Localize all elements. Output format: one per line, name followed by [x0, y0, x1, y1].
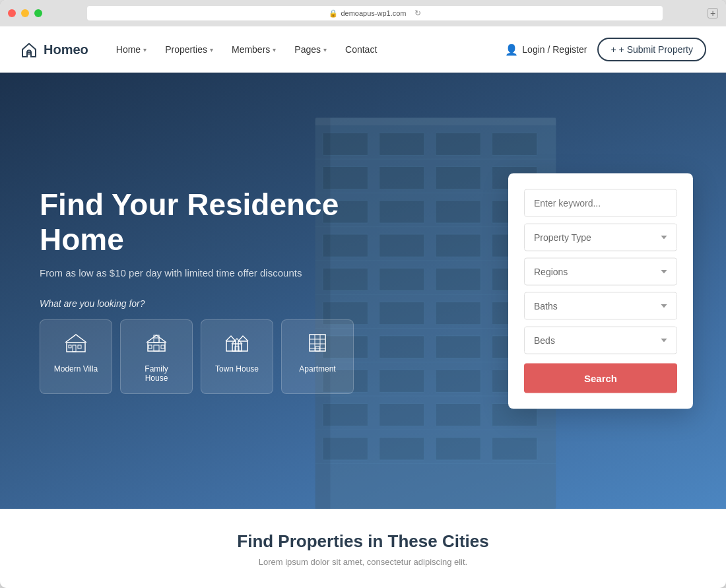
dropdown-arrow: ▾ — [210, 46, 213, 53]
property-type-select[interactable]: Property Type Apartment House Villa Town… — [524, 223, 677, 251]
svg-rect-63 — [226, 341, 236, 351]
property-type-town-house[interactable]: Town House — [201, 319, 273, 394]
property-types-grid: Modern Villa — [40, 319, 370, 394]
svg-rect-58 — [148, 343, 165, 351]
logo-text: Homeo — [44, 42, 88, 57]
bottom-subtitle: Lorem ipsum dolor sit amet, consectetur … — [259, 557, 467, 567]
svg-rect-28 — [436, 336, 480, 358]
modern-villa-label: Modern Villa — [53, 364, 98, 374]
family-house-icon — [134, 331, 179, 359]
svg-rect-5 — [492, 133, 537, 155]
hero-title: Find Your Residence Home — [40, 187, 370, 257]
dropdown-arrow: ▾ — [323, 46, 327, 53]
property-type-family-house[interactable]: Family House — [120, 319, 193, 394]
dropdown-arrow: ▾ — [143, 46, 147, 53]
town-house-icon — [214, 331, 259, 359]
svg-rect-24 — [436, 302, 480, 325]
minimize-button[interactable] — [21, 9, 29, 17]
svg-rect-56 — [78, 345, 81, 348]
new-tab-button[interactable]: + — [708, 8, 718, 18]
dropdown-arrow: ▾ — [273, 46, 276, 53]
address-bar[interactable]: 🔒 demoapus-wp1.com ↻ — [87, 6, 663, 20]
browser-titlebar: 🔒 demoapus-wp1.com ↻ + — [0, 0, 726, 26]
keyword-input[interactable] — [524, 189, 677, 216]
nav-item-home[interactable]: Home ▾ — [108, 39, 154, 60]
nav-item-members[interactable]: Members ▾ — [224, 39, 284, 60]
svg-rect-16 — [436, 234, 480, 257]
what-looking-label: What are you looking for? — [40, 298, 370, 309]
svg-rect-41 — [492, 438, 537, 460]
lock-icon: 🔒 — [329, 9, 338, 18]
svg-rect-39 — [380, 438, 424, 460]
svg-rect-12 — [436, 201, 480, 223]
beds-select[interactable]: Beds 1 2 3 4+ — [524, 326, 677, 354]
svg-rect-40 — [436, 438, 480, 460]
svg-rect-61 — [161, 345, 164, 348]
regions-select[interactable]: Regions New York Los Angeles Chicago — [524, 257, 677, 285]
nav-item-properties[interactable]: Properties ▾ — [157, 39, 221, 60]
close-button[interactable] — [8, 9, 16, 17]
town-house-label: Town House — [214, 364, 259, 374]
apartment-icon — [295, 331, 340, 359]
svg-rect-64 — [238, 341, 248, 351]
hero-section: Find Your Residence Home From as low as … — [0, 73, 726, 509]
logo[interactable]: Homeo — [20, 40, 88, 59]
svg-rect-20 — [436, 268, 480, 290]
baths-select[interactable]: Baths 1 2 3 4+ — [524, 292, 677, 319]
refresh-icon[interactable]: ↻ — [414, 9, 421, 18]
nav-item-contact[interactable]: Contact — [337, 39, 385, 60]
login-button[interactable]: 👤 Login / Register — [505, 44, 587, 56]
svg-rect-53 — [315, 117, 556, 125]
family-house-label: Family House — [134, 364, 179, 383]
modern-villa-icon — [53, 331, 98, 359]
svg-rect-59 — [154, 345, 159, 351]
url-text: demoapus-wp1.com — [341, 9, 406, 17]
property-type-apartment[interactable]: Apartment — [281, 319, 354, 394]
nav-links: Home ▾ Properties ▾ Members ▾ Pages ▾ Co… — [108, 39, 506, 60]
website-content: Homeo Home ▾ Properties ▾ Members ▾ Page… — [0, 26, 726, 588]
svg-rect-7 — [380, 166, 424, 189]
bottom-section: Find Properties in These Cities Lorem ip… — [0, 509, 726, 588]
svg-rect-65 — [232, 344, 242, 351]
user-icon: 👤 — [505, 44, 518, 56]
svg-rect-36 — [436, 403, 480, 426]
submit-property-button[interactable]: + + Submit Property — [597, 38, 706, 61]
svg-rect-35 — [380, 403, 424, 426]
svg-rect-4 — [436, 133, 480, 155]
svg-rect-57 — [69, 345, 71, 348]
plus-icon: + — [610, 44, 616, 55]
svg-rect-8 — [436, 166, 480, 189]
hero-content: Find Your Residence Home From as low as … — [0, 187, 409, 395]
apartment-label: Apartment — [295, 364, 340, 374]
logo-icon — [20, 40, 38, 59]
svg-rect-60 — [148, 345, 152, 348]
bottom-title: Find Properties in These Cities — [237, 531, 488, 552]
browser-window: 🔒 demoapus-wp1.com ↻ + Homeo Home ▾ — [0, 0, 726, 588]
search-panel: Property Type Apartment House Villa Town… — [508, 173, 693, 408]
hero-subtitle: From as low as $10 per day with limited … — [40, 267, 370, 278]
svg-rect-32 — [436, 370, 480, 392]
svg-rect-3 — [380, 133, 424, 155]
nav-item-pages[interactable]: Pages ▾ — [286, 39, 335, 60]
nav-right: 👤 Login / Register + + Submit Property — [505, 38, 706, 61]
search-button[interactable]: Search — [524, 363, 677, 393]
svg-rect-55 — [73, 345, 76, 352]
navbar: Homeo Home ▾ Properties ▾ Members ▾ Page… — [0, 26, 726, 73]
property-type-modern-villa[interactable]: Modern Villa — [40, 319, 112, 394]
maximize-button[interactable] — [34, 9, 42, 17]
